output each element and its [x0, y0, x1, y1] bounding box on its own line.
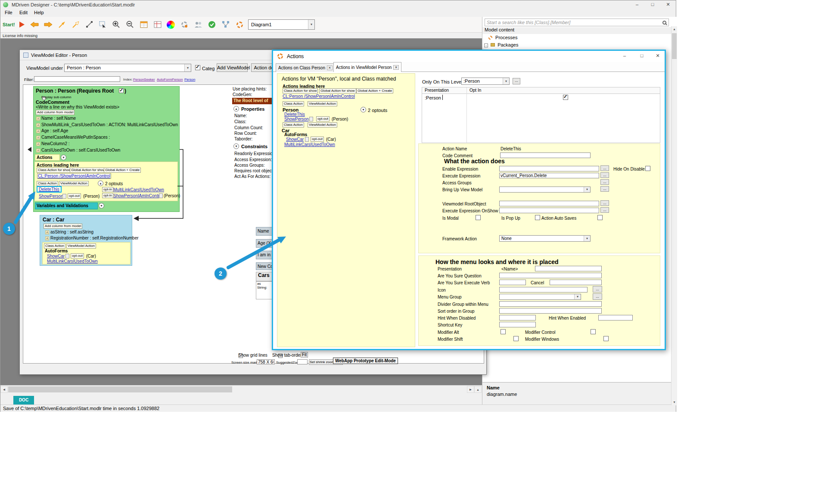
showcar-link[interactable]: ShowCar: [286, 137, 304, 142]
webapp-prototype-button[interactable]: WebApp Prototype Edit-Mode: [333, 358, 398, 364]
modifier-alt-checkbox[interactable]: [501, 329, 506, 334]
hint-when-enabled-input[interactable]: [598, 315, 633, 320]
inheritance-arrow-icon[interactable]: [70, 19, 81, 30]
level-ellipsis-button[interactable]: ...: [513, 78, 520, 84]
doc-tab[interactable]: DOC: [13, 396, 34, 404]
viewmodel-rootobject-ellipsis[interactable]: ...: [600, 200, 609, 206]
hint-when-disabled-input[interactable]: [499, 315, 536, 320]
viewmodel-action-button[interactable]: ViewModel Action: [66, 243, 96, 249]
icon-input[interactable]: [499, 287, 588, 292]
v-scrollbar[interactable]: ▴ ▾: [671, 26, 677, 405]
diagram-select[interactable]: Diagram1 ▾: [248, 19, 315, 30]
menu-help[interactable]: Help: [34, 10, 44, 15]
global-action-create-button[interactable]: Global Action + Create: [356, 88, 393, 93]
deletethis-link[interactable]: DeleteThis: [284, 112, 305, 117]
run-icon[interactable]: [16, 19, 27, 30]
modifier-shift-checkbox[interactable]: [513, 336, 519, 341]
start-button[interactable]: Start!: [3, 22, 15, 27]
showcar-link[interactable]: ShowCar: [47, 254, 65, 258]
chevron-down-icon[interactable]: ▾: [184, 64, 191, 72]
tab-close-icon[interactable]: [327, 65, 333, 70]
presentation-input[interactable]: [535, 266, 602, 271]
viewmodel-rootobject-input[interactable]: [499, 201, 599, 206]
viewmodel-action-button[interactable]: ViewModel Action: [59, 181, 89, 186]
vm-column-row[interactable]: AName : self.Name: [36, 116, 76, 121]
access-groups-ellipsis[interactable]: ...: [600, 179, 609, 185]
scroll-down-icon[interactable]: ▾: [672, 399, 677, 405]
maximize-icon[interactable]: □: [635, 52, 649, 60]
index-link-autoformperson[interactable]: AutoFormPerson: [157, 78, 183, 81]
class-action-for-show-button[interactable]: Class Action for show: [37, 168, 72, 173]
shortcut-key-input[interactable]: [499, 322, 536, 327]
optin-button-1[interactable]: opt-in: [102, 187, 113, 192]
chevron-down-icon[interactable]: ▾: [584, 236, 590, 241]
tab-actions-in-viewmodel-person[interactable]: Actions in ViewModel Person: [333, 62, 401, 72]
tab-actions-on-class-person[interactable]: Actions on Class Person: [276, 63, 335, 72]
enable-expression-input[interactable]: [499, 166, 599, 171]
presentation-mini-button[interactable]: [159, 193, 163, 198]
search-icon[interactable]: [662, 21, 666, 25]
scroll-up-icon[interactable]: ▴: [474, 386, 482, 393]
car-multilink-link[interactable]: MultiLinkCarsIUsedToOwn: [47, 259, 98, 264]
code-comment-input[interactable]: [500, 152, 591, 158]
execute-onshow-input[interactable]: [499, 208, 599, 213]
viewmodel-action-button[interactable]: ViewModel Action: [308, 122, 337, 128]
modifier-control-checkbox[interactable]: [591, 329, 596, 334]
showcar-optout-button[interactable]: opt-out: [311, 137, 324, 142]
action-name-value[interactable]: DeleteThis: [501, 146, 521, 151]
presentation-value[interactable]: <Name>: [501, 267, 518, 271]
column-header-presentation[interactable]: Presentation: [425, 88, 449, 93]
showcar-optout-button[interactable]: opt-out: [71, 253, 84, 258]
car-multilink-link[interactable]: MultiLinkCarsIUsedToOwn: [284, 142, 335, 147]
action-auto-saves-checkbox[interactable]: [597, 215, 603, 220]
add-column-button[interactable]: Add column from model: [36, 110, 75, 115]
bring-up-viewmodel-select[interactable]: ▾: [499, 187, 591, 193]
cl-person-link[interactable]: CL:Person /ShowPersonIAmInControl: [283, 94, 355, 99]
expand-minus-icon[interactable]: -: [484, 44, 488, 47]
icon-ellipsis-button[interactable]: ...: [593, 286, 602, 292]
car-add-column-button[interactable]: Add column from model: [44, 224, 82, 229]
chevron-down-icon[interactable]: ▾: [574, 294, 581, 299]
showperson-optout-button[interactable]: opt-out: [316, 116, 330, 121]
h-scrollbar[interactable]: ◄ ► ▴: [0, 385, 482, 393]
vm-column-row[interactable]: ACarsIUsedToOwn : self.CarsIUsedToOwn: [36, 148, 120, 152]
deletethis-link[interactable]: DeleteThis: [39, 187, 59, 192]
global-action-create-button[interactable]: Global Action + Create: [104, 168, 141, 173]
scroll-right-icon[interactable]: ►: [467, 386, 474, 393]
optin-checkbox[interactable]: [563, 95, 568, 100]
color-wheel-icon[interactable]: [165, 19, 176, 30]
optin-showpersoniamincontrol-link[interactable]: ShowPersonIAmInControl: [113, 193, 163, 198]
level-select[interactable]: :Person ▾: [461, 78, 510, 85]
actions-section-header[interactable]: Actions: [35, 154, 60, 161]
execute-onshow-ellipsis[interactable]: ...: [600, 207, 609, 213]
forward-arrow-icon[interactable]: [43, 19, 54, 30]
car-viewmodel-panel[interactable]: Car : Car Add column from model AasStrin…: [40, 215, 132, 266]
cancel-verb-input[interactable]: [550, 280, 602, 285]
tree-item-processes[interactable]: Processes: [488, 35, 517, 41]
showperson-link[interactable]: ShowPerson: [39, 194, 63, 199]
chevron-down-icon[interactable]: ▾: [584, 187, 590, 192]
requires-root-checkbox[interactable]: [119, 88, 124, 93]
menu-edit[interactable]: Edit: [19, 10, 28, 15]
chevron-down-icon[interactable]: ▾: [503, 78, 509, 84]
enable-expression-ellipsis[interactable]: ...: [600, 165, 609, 171]
menu-group-ellipsis-button[interactable]: ...: [593, 293, 602, 300]
properties-collapse-icon[interactable]: ▴: [233, 106, 239, 112]
close-icon[interactable]: ✕: [651, 52, 665, 60]
vm-column-row[interactable]: ANewColumn2 :: [36, 141, 70, 146]
menu-group-select[interactable]: ▾: [499, 294, 581, 300]
vm-column-row[interactable]: ARegistrationNumber : self.RegistrationN…: [45, 236, 139, 240]
vm-column-row[interactable]: AasString : self.asString: [45, 230, 93, 234]
bring-up-viewmodel-ellipsis[interactable]: ...: [600, 186, 609, 192]
constraints-collapse-icon[interactable]: ▾: [233, 143, 239, 149]
vm-column-row[interactable]: AShowMultiLink_CarsIUsedToOwn : ACTION: …: [36, 122, 178, 127]
viewmodel-action-button[interactable]: ViewModel Action: [308, 101, 337, 106]
table-icon[interactable]: [138, 19, 149, 30]
line-tool-icon[interactable]: [84, 19, 95, 30]
sort-order-input[interactable]: [499, 308, 602, 314]
optouts-collapse-icon[interactable]: ▴: [98, 180, 103, 186]
optouts-collapse-icon[interactable]: ▾: [361, 107, 366, 112]
gear-icon[interactable]: [234, 19, 245, 30]
vm-column-row[interactable]: ACamelCaseMeansWePutInSpaces :: [36, 135, 110, 140]
are-you-sure-question-input[interactable]: [499, 273, 602, 278]
